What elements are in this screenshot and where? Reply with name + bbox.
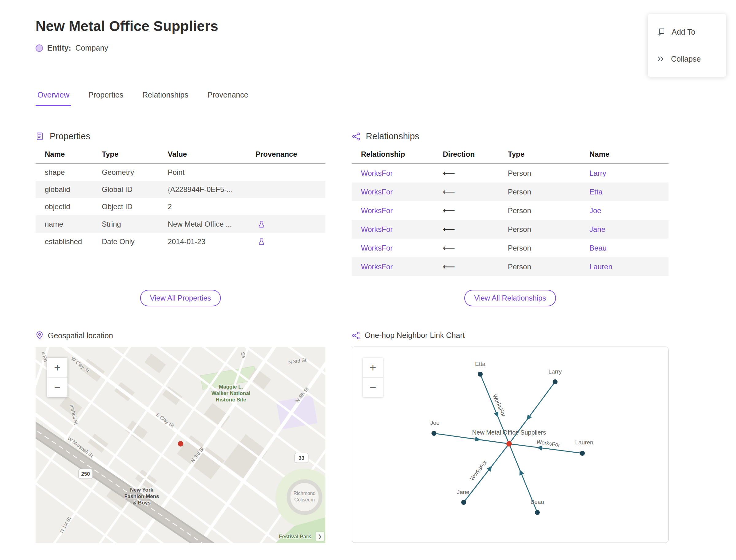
graph-node-label: Lauren — [575, 439, 593, 446]
prop-value: Point — [168, 164, 255, 181]
graph-node[interactable] — [535, 510, 540, 515]
collapse-label: Collapse — [671, 55, 701, 63]
chart-zoom-out-button[interactable]: − — [363, 378, 383, 397]
col-direction: Direction — [443, 150, 508, 164]
table-row: WorksFor ⟵ Person Etta — [352, 182, 669, 201]
relationship-link[interactable]: WorksFor — [352, 220, 443, 239]
geospatial-section-header: Geospatial location — [36, 331, 325, 340]
map-zoom-in-button[interactable]: + — [47, 358, 67, 378]
prop-provenance — [255, 198, 325, 215]
prop-name: name — [36, 215, 102, 233]
tab-provenance[interactable]: Provenance — [205, 90, 250, 106]
entity-link[interactable]: Jane — [589, 220, 669, 239]
add-to-label: Add To — [672, 28, 695, 36]
properties-section-header: Properties — [36, 131, 325, 141]
graph-edge-arrow — [475, 437, 481, 442]
entity-link[interactable]: Joe — [589, 201, 669, 220]
relationship-link[interactable]: WorksFor — [352, 164, 443, 183]
table-row: established Date Only 2014-01-23 — [36, 233, 325, 250]
chart-zoom-in-button[interactable]: + — [363, 358, 383, 378]
table-row: globalid Global ID {A228944F-0EF5-... — [36, 181, 325, 198]
prop-name: established — [36, 233, 102, 250]
prop-type: String — [102, 215, 168, 233]
poi-label: Maggie L. — [219, 384, 243, 390]
relationships-icon — [352, 132, 361, 141]
tab-overview[interactable]: Overview — [36, 90, 71, 106]
graph-node-label: Larry — [548, 368, 562, 375]
graph-node[interactable] — [431, 431, 436, 436]
table-row: shape Geometry Point — [36, 164, 325, 181]
graph-node[interactable] — [461, 500, 466, 505]
prop-type: Geometry — [102, 164, 168, 181]
relationship-link[interactable]: WorksFor — [352, 239, 443, 257]
poi-label: Festival Park — [279, 534, 311, 539]
entity-link[interactable]: Beau — [589, 239, 669, 257]
entity-page: Add To Collapse New Metal Office Supplie… — [0, 0, 736, 543]
provenance-icon[interactable] — [257, 220, 266, 228]
entity-row: Entity: Company — [36, 44, 736, 52]
graph-edge-label: WorksFor — [492, 393, 507, 417]
map-attribution-toggle[interactable]: ❯ — [316, 532, 324, 541]
poi-label: & Boys — [133, 500, 151, 506]
provenance-icon[interactable] — [257, 238, 266, 246]
page-title: New Metal Office Suppliers — [36, 18, 736, 34]
poi-label: Fashion Mens — [124, 493, 159, 499]
properties-header-row: Name Type Value Provenance — [36, 150, 325, 164]
tab-relationships[interactable]: Relationships — [140, 90, 190, 106]
collapse-icon — [656, 55, 665, 63]
graph-center-node[interactable] — [506, 441, 512, 447]
collapse-button[interactable]: Collapse — [648, 45, 726, 72]
prop-provenance — [255, 181, 325, 198]
relationship-link[interactable]: WorksFor — [352, 257, 443, 276]
view-all-relationships-button[interactable]: View All Relationships — [464, 290, 556, 306]
graph-node[interactable] — [580, 451, 585, 456]
prop-provenance — [255, 233, 325, 250]
graph-node[interactable] — [553, 379, 558, 384]
prop-type: Global ID — [102, 181, 168, 198]
map-marker[interactable] — [178, 441, 183, 447]
table-row: WorksFor ⟵ Person Joe — [352, 201, 669, 220]
entity-link[interactable]: Etta — [589, 182, 669, 201]
tab-properties[interactable]: Properties — [86, 90, 125, 106]
map-zoom-out-button[interactable]: − — [47, 378, 67, 397]
graph-edge-arrow — [527, 414, 532, 420]
graph-node[interactable] — [478, 372, 483, 377]
table-row: name String New Metal Office ... — [36, 215, 325, 233]
direction-arrow: ⟵ — [443, 239, 508, 257]
rel-type: Person — [508, 220, 589, 239]
tab-bar: Overview Properties Relationships Proven… — [36, 90, 736, 106]
map-zoom-control: + − — [47, 358, 67, 397]
add-to-button[interactable]: Add To — [648, 18, 726, 45]
properties-icon — [36, 132, 45, 141]
graph-node-label: Beau — [531, 499, 544, 505]
col-type: Type — [102, 150, 168, 164]
direction-arrow: ⟵ — [443, 164, 508, 183]
col-rel-type: Type — [508, 150, 589, 164]
link-chart-section-header: One-hop Neighbor Link Chart — [352, 331, 669, 340]
map-pin-icon — [36, 331, 44, 340]
poi-label: Coliseum — [294, 497, 315, 502]
link-chart-icon — [352, 331, 360, 340]
prop-value: 2 — [168, 198, 255, 215]
graph-node-label: Joe — [430, 420, 440, 426]
add-to-icon — [656, 27, 665, 36]
graph-edge-arrow — [487, 466, 492, 472]
link-chart-svg: WorksForWorksForWorksForEttaLarryJoeLaur… — [352, 347, 669, 543]
map[interactable]: 250 33 k Rd W Clay St Sa N 3rd St N 4th … — [36, 347, 325, 543]
rel-type: Person — [508, 182, 589, 201]
properties-table: Name Type Value Provenance shape Geometr… — [36, 150, 325, 250]
poi-label: Richmond — [293, 491, 316, 496]
link-chart-zoom-control: + − — [363, 358, 383, 397]
table-row: WorksFor ⟵ Person Lauren — [352, 257, 669, 276]
relationship-link[interactable]: WorksFor — [352, 182, 443, 201]
table-row: WorksFor ⟵ Person Jane — [352, 220, 669, 239]
direction-arrow: ⟵ — [443, 201, 508, 220]
relationship-link[interactable]: WorksFor — [352, 201, 443, 220]
rel-type: Person — [508, 239, 589, 257]
entity-link[interactable]: Larry — [589, 164, 669, 183]
entity-link[interactable]: Lauren — [589, 257, 669, 276]
link-chart[interactable]: WorksForWorksForWorksForEttaLarryJoeLaur… — [352, 347, 669, 543]
poi-label: Walker National — [212, 390, 251, 396]
view-all-properties-button[interactable]: View All Properties — [140, 290, 221, 306]
direction-arrow: ⟵ — [443, 257, 508, 276]
